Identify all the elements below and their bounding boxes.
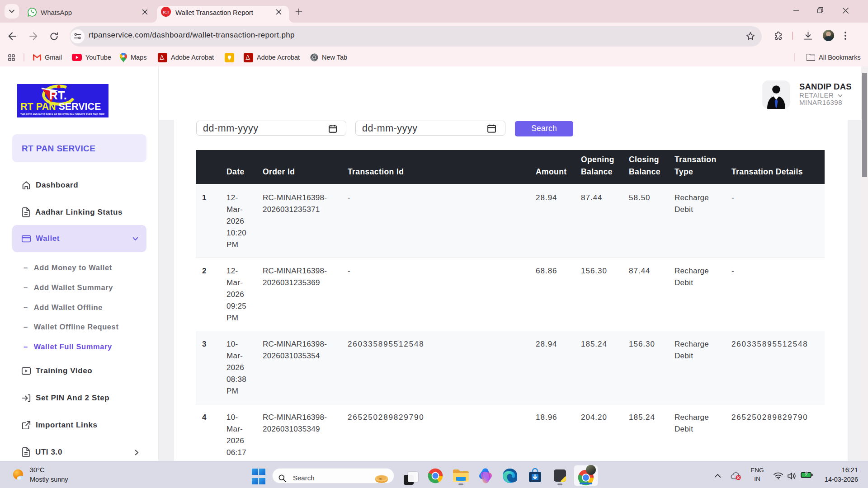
svg-text:RT PAN SERVICE: RT PAN SERVICE — [20, 101, 101, 112]
svg-text:π: π — [379, 476, 382, 481]
svg-text:THE BEST AND MOST POPULAR TRUS: THE BEST AND MOST POPULAR TRUSTED PAN SE… — [20, 113, 105, 116]
svg-text:RT.: RT. — [49, 89, 67, 102]
